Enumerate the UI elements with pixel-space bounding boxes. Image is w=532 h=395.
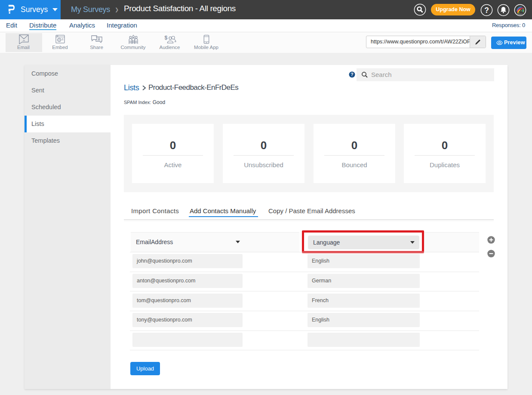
svg-text:$: $: [165, 35, 168, 41]
svg-text:?: ?: [351, 72, 353, 77]
svg-text:?: ?: [484, 6, 489, 15]
